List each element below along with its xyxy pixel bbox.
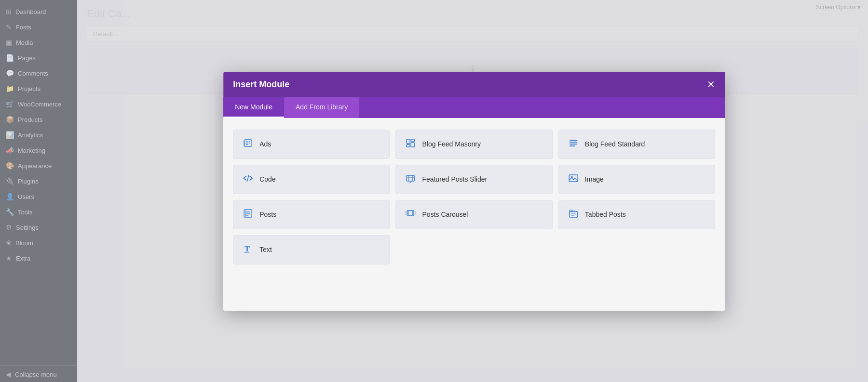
module-item-ads[interactable]: Ads [233, 130, 390, 159]
module-item-code[interactable]: Code [233, 165, 390, 194]
image-label: Image [585, 175, 604, 183]
posts-carousel-icon [405, 208, 417, 221]
module-item-blog-feed-standard[interactable]: Blog Feed Standard [558, 130, 715, 159]
module-item-featured-posts-slider[interactable]: Featured Posts Slider [396, 165, 553, 194]
module-grid: Ads Blog Feed Masonry [233, 130, 715, 264]
tab-new-module[interactable]: New Module [223, 97, 284, 118]
modal-header: Insert Module ✕ [223, 72, 725, 97]
blog-feed-standard-icon [568, 138, 579, 151]
tabbed-posts-label: Tabbed Posts [585, 211, 626, 218]
svg-rect-3 [411, 139, 415, 142]
svg-rect-0 [244, 140, 252, 146]
tabbed-posts-icon [568, 208, 579, 221]
blog-feed-masonry-label: Blog Feed Masonry [422, 140, 481, 148]
featured-posts-slider-icon [405, 173, 417, 186]
module-item-posts-carousel[interactable]: Posts Carousel [396, 200, 553, 229]
svg-rect-5 [407, 145, 410, 147]
svg-rect-30 [570, 211, 577, 217]
svg-point-16 [409, 182, 409, 182]
text-label: Text [259, 246, 272, 253]
module-item-image[interactable]: Image [558, 165, 715, 194]
svg-text:T: T [244, 245, 250, 253]
ads-label: Ads [259, 140, 271, 148]
modal-title: Insert Module [233, 79, 289, 90]
code-label: Code [259, 175, 275, 183]
modal-body: Ads Blog Feed Masonry [223, 118, 725, 311]
text-icon: T [242, 243, 254, 256]
modal-close-button[interactable]: ✕ [707, 79, 715, 89]
posts-label: Posts [259, 211, 276, 218]
featured-posts-slider-label: Featured Posts Slider [422, 175, 488, 183]
image-icon [568, 173, 579, 186]
module-item-text[interactable]: T Text [233, 235, 390, 264]
svg-line-10 [247, 175, 249, 182]
svg-rect-18 [569, 175, 578, 182]
svg-rect-4 [411, 143, 415, 147]
posts-module-icon [242, 208, 254, 221]
svg-rect-1 [244, 141, 245, 145]
ads-icon [242, 138, 254, 151]
svg-rect-2 [407, 139, 410, 144]
posts-carousel-label: Posts Carousel [422, 211, 468, 218]
blog-feed-masonry-icon [405, 138, 417, 151]
module-item-posts[interactable]: Posts [233, 200, 390, 229]
modal-tabs: New Module Add From Library [223, 97, 725, 118]
svg-point-17 [412, 182, 412, 182]
code-icon [242, 173, 254, 186]
module-item-tabbed-posts[interactable]: Tabbed Posts [558, 200, 715, 229]
svg-point-15 [410, 182, 411, 183]
insert-module-modal: Insert Module ✕ New Module Add From Libr… [223, 72, 725, 311]
tab-add-from-library[interactable]: Add From Library [284, 97, 359, 118]
module-item-blog-feed-masonry[interactable]: Blog Feed Masonry [396, 130, 553, 159]
svg-rect-25 [407, 211, 414, 215]
blog-feed-standard-label: Blog Feed Standard [585, 140, 645, 148]
svg-rect-11 [407, 175, 415, 181]
